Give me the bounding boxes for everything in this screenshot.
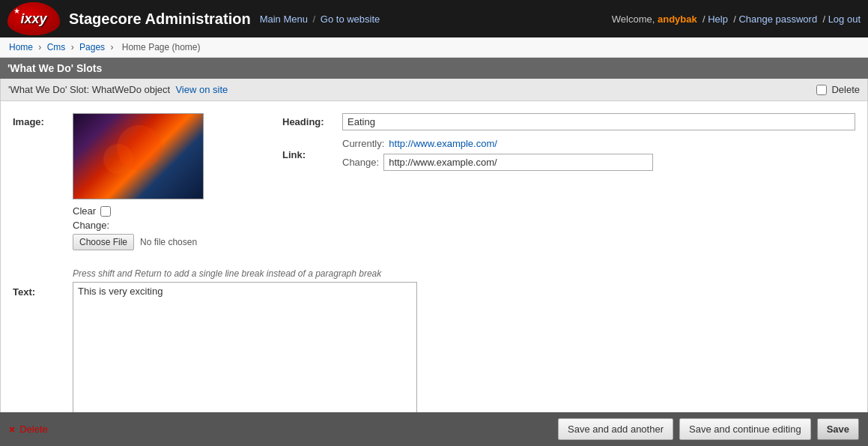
no-file-text: No file chosen xyxy=(140,237,197,247)
section-title: 'What We Do' Slots xyxy=(7,62,102,74)
image-value: Clear Change: Choose File No file chosen xyxy=(73,113,260,250)
heading-input[interactable] xyxy=(342,113,855,130)
breadcrumb-home[interactable]: Home xyxy=(9,42,33,52)
clear-label: Clear xyxy=(73,205,96,217)
main-menu-link[interactable]: Main Menu xyxy=(260,13,308,25)
change-label: Change: xyxy=(73,220,260,231)
breadcrumb-sep3: › xyxy=(110,42,115,52)
change-password-link[interactable]: Change password xyxy=(738,13,817,25)
log-out-link[interactable]: Log out xyxy=(828,13,861,25)
save-button[interactable]: Save xyxy=(817,418,859,440)
go-to-website-link[interactable]: Go to website xyxy=(321,13,380,25)
breadcrumb-cms[interactable]: Cms xyxy=(47,42,66,52)
welcome-text: Welcome, xyxy=(612,13,655,25)
breadcrumb: Home › Cms › Pages › Home Page (home) xyxy=(0,37,868,58)
logo: ★ ixxy xyxy=(7,2,60,35)
link-label: Link: xyxy=(282,149,342,160)
choose-file-button[interactable]: Choose File xyxy=(73,234,134,250)
link-field-row: Link: Currently: http://www.example.com/… xyxy=(282,138,855,171)
help-link[interactable]: Help xyxy=(708,13,728,25)
object-label: 'What We Do' Slot: WhatWeDo object xyxy=(8,84,170,95)
header: ★ ixxy Stagecore Administration Main Men… xyxy=(0,0,868,37)
content-area: Image: Clear Change: Choose File No file… xyxy=(0,101,868,446)
footer-delete-link[interactable]: Delete xyxy=(19,424,48,435)
clear-row: Clear xyxy=(73,205,260,217)
link-value: Currently: http://www.example.com/ Chang… xyxy=(342,138,855,171)
form-right: Heading: Link: Currently: http://www.exa… xyxy=(275,113,855,259)
image-field-row: Image: Clear Change: Choose File No file… xyxy=(13,113,260,250)
save-and-continue-editing-button[interactable]: Save and continue editing xyxy=(679,418,811,440)
footer: × Delete Save and add another Save and c… xyxy=(0,412,868,446)
app-title: Stagecore Administration xyxy=(69,10,251,28)
breadcrumb-current: Home Page (home) xyxy=(122,42,201,52)
link-input[interactable] xyxy=(383,154,653,171)
change-url-label: Change: xyxy=(342,157,379,168)
breadcrumb-pages[interactable]: Pages xyxy=(79,42,105,52)
view-on-site-link[interactable]: View on site xyxy=(175,84,228,95)
logo-text: ixxy xyxy=(20,11,46,27)
heading-label: Heading: xyxy=(282,116,342,127)
footer-left: × Delete xyxy=(9,424,48,436)
breadcrumb-sep2: › xyxy=(71,42,76,52)
nav-separator: / xyxy=(313,13,316,25)
delete-x-icon: × xyxy=(9,424,15,436)
section-header: 'What We Do' Slots xyxy=(0,58,868,79)
save-and-add-another-button[interactable]: Save and add another xyxy=(558,418,673,440)
header-right: Welcome, andybak / Help / Change passwor… xyxy=(612,13,861,25)
object-row: 'What We Do' Slot: WhatWeDo object View … xyxy=(0,79,868,101)
heading-value xyxy=(342,113,855,130)
breadcrumb-sep1: › xyxy=(38,42,43,52)
header-nav: Main Menu / Go to website xyxy=(260,13,380,25)
image-label: Image: xyxy=(13,113,73,127)
form-left: Image: Clear Change: Choose File No file… xyxy=(13,113,275,259)
heading-field-row: Heading: xyxy=(282,113,855,130)
object-row-left: 'What We Do' Slot: WhatWeDo object View … xyxy=(8,84,228,95)
object-row-right: Delete xyxy=(816,84,860,95)
main-content: 'What We Do' Slots 'What We Do' Slot: Wh… xyxy=(0,58,868,446)
delete-checkbox[interactable] xyxy=(816,85,827,95)
currently-text: Currently: xyxy=(342,138,384,149)
footer-right: Save and add another Save and continue e… xyxy=(558,418,859,440)
text-label: Text: xyxy=(13,268,73,298)
clear-checkbox[interactable] xyxy=(100,206,111,217)
header-left: ★ ixxy Stagecore Administration Main Men… xyxy=(7,2,380,35)
text-hint: Press shift and Return to add a single l… xyxy=(73,268,855,279)
form-grid: Image: Clear Change: Choose File No file… xyxy=(13,113,855,259)
file-input-row: Choose File No file chosen xyxy=(73,234,260,250)
delete-label: Delete xyxy=(831,84,860,95)
image-preview xyxy=(73,113,204,199)
logo-star: ★ xyxy=(13,7,20,15)
currently-url-link[interactable]: http://www.example.com/ xyxy=(389,138,497,149)
username: andybak xyxy=(658,13,697,25)
